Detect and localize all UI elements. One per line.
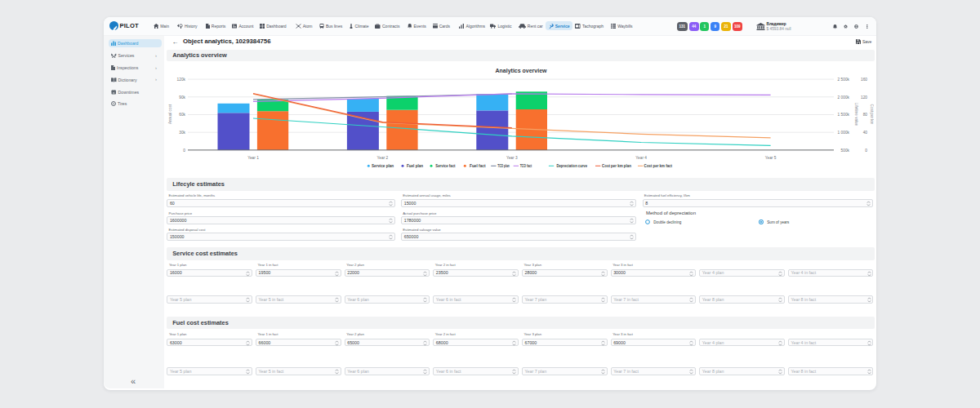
svg-text:0: 0 (183, 149, 185, 153)
svg-text:2 500k: 2 500k (838, 78, 850, 82)
svg-text:0: 0 (865, 149, 867, 153)
svg-text:Year 3: Year 3 (506, 156, 518, 160)
svg-text:500k: 500k (841, 149, 850, 153)
svg-text:Year 1: Year 1 (247, 156, 259, 160)
svg-text:Annual cost: Annual cost (168, 104, 172, 124)
svg-text:120k: 120k (177, 78, 186, 82)
svg-text:80: 80 (863, 113, 868, 117)
svg-text:60k: 60k (179, 113, 185, 117)
svg-text:2 000k: 2 000k (838, 95, 850, 100)
svg-text:Year 2: Year 2 (377, 156, 389, 160)
svg-text:1 500k: 1 500k (838, 113, 850, 117)
svg-text:30k: 30k (179, 131, 185, 135)
svg-text:Year 5: Year 5 (765, 156, 777, 160)
svg-text:TCO plan: TCO plan (497, 163, 510, 168)
svg-text:1 000k: 1 000k (838, 131, 850, 135)
svg-text:Service plan: Service plan (372, 163, 394, 168)
svg-text:Analytics overview: Analytics overview (495, 68, 547, 74)
svg-text:Cost per km: Cost per km (870, 104, 874, 125)
svg-text:Fuel fact: Fuel fact (470, 163, 486, 168)
svg-text:Cost per km fact: Cost per km fact (644, 163, 673, 168)
svg-text:90k: 90k (179, 95, 185, 100)
svg-text:Fuel plan: Fuel plan (407, 163, 423, 168)
svg-text:Year 4: Year 4 (635, 156, 647, 160)
svg-text:40: 40 (863, 131, 868, 135)
svg-text:TCO fact: TCO fact (520, 163, 532, 168)
svg-text:Service fact: Service fact (435, 163, 455, 168)
svg-text:Cost per km plan: Cost per km plan (602, 163, 631, 168)
svg-text:160: 160 (861, 78, 867, 82)
svg-text:Lifetime value: Lifetime value (854, 103, 858, 126)
svg-text:Depreciation curve: Depreciation curve (556, 163, 587, 168)
svg-text:120: 120 (861, 95, 867, 100)
